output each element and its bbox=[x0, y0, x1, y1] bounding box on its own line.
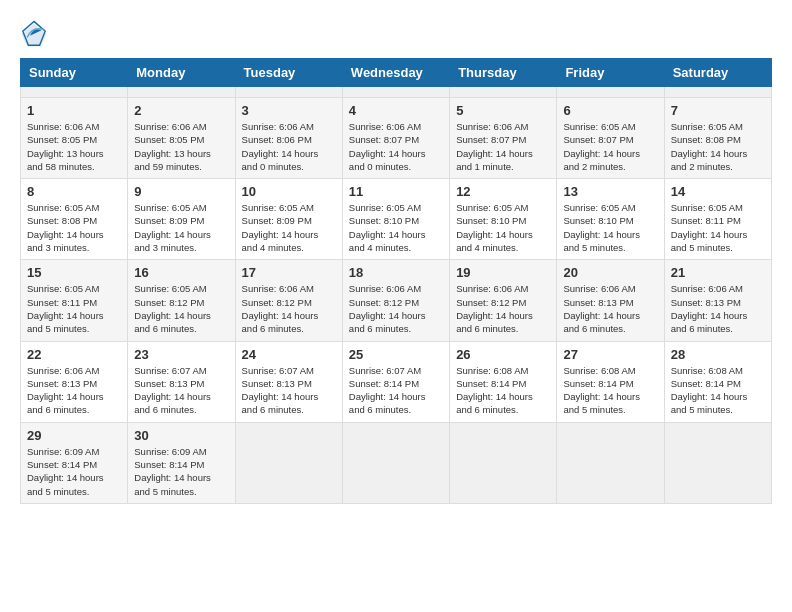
day-info: Sunrise: 6:06 AMSunset: 8:13 PMDaylight:… bbox=[563, 282, 657, 335]
calendar-cell bbox=[450, 422, 557, 503]
day-info: Sunrise: 6:05 AMSunset: 8:10 PMDaylight:… bbox=[349, 201, 443, 254]
logo-icon bbox=[20, 20, 48, 48]
calendar-cell bbox=[557, 422, 664, 503]
day-number: 15 bbox=[27, 265, 121, 280]
calendar-cell: 29Sunrise: 6:09 AMSunset: 8:14 PMDayligh… bbox=[21, 422, 128, 503]
calendar-cell: 16Sunrise: 6:05 AMSunset: 8:12 PMDayligh… bbox=[128, 260, 235, 341]
calendar-cell: 14Sunrise: 6:05 AMSunset: 8:11 PMDayligh… bbox=[664, 179, 771, 260]
day-number: 1 bbox=[27, 103, 121, 118]
calendar-cell: 25Sunrise: 6:07 AMSunset: 8:14 PMDayligh… bbox=[342, 341, 449, 422]
day-info: Sunrise: 6:06 AMSunset: 8:06 PMDaylight:… bbox=[242, 120, 336, 173]
calendar-cell bbox=[664, 422, 771, 503]
calendar-cell: 1Sunrise: 6:06 AMSunset: 8:05 PMDaylight… bbox=[21, 98, 128, 179]
calendar-cell: 22Sunrise: 6:06 AMSunset: 8:13 PMDayligh… bbox=[21, 341, 128, 422]
day-info: Sunrise: 6:07 AMSunset: 8:14 PMDaylight:… bbox=[349, 364, 443, 417]
day-number: 4 bbox=[349, 103, 443, 118]
day-number: 28 bbox=[671, 347, 765, 362]
calendar-week-row: 29Sunrise: 6:09 AMSunset: 8:14 PMDayligh… bbox=[21, 422, 772, 503]
calendar-header-friday: Friday bbox=[557, 59, 664, 87]
calendar-cell: 13Sunrise: 6:05 AMSunset: 8:10 PMDayligh… bbox=[557, 179, 664, 260]
day-info: Sunrise: 6:05 AMSunset: 8:11 PMDaylight:… bbox=[27, 282, 121, 335]
calendar-cell: 17Sunrise: 6:06 AMSunset: 8:12 PMDayligh… bbox=[235, 260, 342, 341]
calendar-cell: 5Sunrise: 6:06 AMSunset: 8:07 PMDaylight… bbox=[450, 98, 557, 179]
calendar-cell: 30Sunrise: 6:09 AMSunset: 8:14 PMDayligh… bbox=[128, 422, 235, 503]
calendar-cell: 15Sunrise: 6:05 AMSunset: 8:11 PMDayligh… bbox=[21, 260, 128, 341]
calendar-cell: 27Sunrise: 6:08 AMSunset: 8:14 PMDayligh… bbox=[557, 341, 664, 422]
day-info: Sunrise: 6:05 AMSunset: 8:09 PMDaylight:… bbox=[134, 201, 228, 254]
day-info: Sunrise: 6:05 AMSunset: 8:11 PMDaylight:… bbox=[671, 201, 765, 254]
calendar-cell bbox=[557, 87, 664, 98]
day-number: 6 bbox=[563, 103, 657, 118]
day-number: 18 bbox=[349, 265, 443, 280]
day-info: Sunrise: 6:07 AMSunset: 8:13 PMDaylight:… bbox=[134, 364, 228, 417]
day-number: 9 bbox=[134, 184, 228, 199]
calendar-cell bbox=[128, 87, 235, 98]
day-info: Sunrise: 6:05 AMSunset: 8:08 PMDaylight:… bbox=[27, 201, 121, 254]
page-header bbox=[20, 20, 772, 48]
day-number: 20 bbox=[563, 265, 657, 280]
day-number: 10 bbox=[242, 184, 336, 199]
day-number: 13 bbox=[563, 184, 657, 199]
day-number: 8 bbox=[27, 184, 121, 199]
day-number: 3 bbox=[242, 103, 336, 118]
day-number: 2 bbox=[134, 103, 228, 118]
calendar-cell: 12Sunrise: 6:05 AMSunset: 8:10 PMDayligh… bbox=[450, 179, 557, 260]
day-number: 16 bbox=[134, 265, 228, 280]
calendar-cell: 4Sunrise: 6:06 AMSunset: 8:07 PMDaylight… bbox=[342, 98, 449, 179]
calendar-week-row: 8Sunrise: 6:05 AMSunset: 8:08 PMDaylight… bbox=[21, 179, 772, 260]
day-number: 27 bbox=[563, 347, 657, 362]
day-info: Sunrise: 6:06 AMSunset: 8:05 PMDaylight:… bbox=[27, 120, 121, 173]
calendar-cell bbox=[450, 87, 557, 98]
day-info: Sunrise: 6:06 AMSunset: 8:05 PMDaylight:… bbox=[134, 120, 228, 173]
day-info: Sunrise: 6:06 AMSunset: 8:07 PMDaylight:… bbox=[349, 120, 443, 173]
day-number: 24 bbox=[242, 347, 336, 362]
calendar-header-row: SundayMondayTuesdayWednesdayThursdayFrid… bbox=[21, 59, 772, 87]
calendar-cell: 19Sunrise: 6:06 AMSunset: 8:12 PMDayligh… bbox=[450, 260, 557, 341]
day-info: Sunrise: 6:08 AMSunset: 8:14 PMDaylight:… bbox=[563, 364, 657, 417]
calendar-header-thursday: Thursday bbox=[450, 59, 557, 87]
day-info: Sunrise: 6:08 AMSunset: 8:14 PMDaylight:… bbox=[456, 364, 550, 417]
day-info: Sunrise: 6:08 AMSunset: 8:14 PMDaylight:… bbox=[671, 364, 765, 417]
day-number: 5 bbox=[456, 103, 550, 118]
day-info: Sunrise: 6:05 AMSunset: 8:07 PMDaylight:… bbox=[563, 120, 657, 173]
calendar-header-saturday: Saturday bbox=[664, 59, 771, 87]
day-number: 11 bbox=[349, 184, 443, 199]
day-info: Sunrise: 6:09 AMSunset: 8:14 PMDaylight:… bbox=[134, 445, 228, 498]
day-number: 26 bbox=[456, 347, 550, 362]
calendar-header-monday: Monday bbox=[128, 59, 235, 87]
calendar-table: SundayMondayTuesdayWednesdayThursdayFrid… bbox=[20, 58, 772, 504]
calendar-cell: 10Sunrise: 6:05 AMSunset: 8:09 PMDayligh… bbox=[235, 179, 342, 260]
calendar-cell: 3Sunrise: 6:06 AMSunset: 8:06 PMDaylight… bbox=[235, 98, 342, 179]
calendar-cell: 11Sunrise: 6:05 AMSunset: 8:10 PMDayligh… bbox=[342, 179, 449, 260]
calendar-week-row: 15Sunrise: 6:05 AMSunset: 8:11 PMDayligh… bbox=[21, 260, 772, 341]
day-info: Sunrise: 6:05 AMSunset: 8:10 PMDaylight:… bbox=[456, 201, 550, 254]
day-number: 12 bbox=[456, 184, 550, 199]
day-info: Sunrise: 6:05 AMSunset: 8:10 PMDaylight:… bbox=[563, 201, 657, 254]
calendar-cell bbox=[21, 87, 128, 98]
calendar-cell bbox=[342, 87, 449, 98]
calendar-cell: 2Sunrise: 6:06 AMSunset: 8:05 PMDaylight… bbox=[128, 98, 235, 179]
day-info: Sunrise: 6:06 AMSunset: 8:13 PMDaylight:… bbox=[27, 364, 121, 417]
day-number: 7 bbox=[671, 103, 765, 118]
calendar-cell: 8Sunrise: 6:05 AMSunset: 8:08 PMDaylight… bbox=[21, 179, 128, 260]
day-info: Sunrise: 6:05 AMSunset: 8:08 PMDaylight:… bbox=[671, 120, 765, 173]
day-number: 29 bbox=[27, 428, 121, 443]
day-number: 30 bbox=[134, 428, 228, 443]
day-number: 23 bbox=[134, 347, 228, 362]
calendar-cell bbox=[235, 87, 342, 98]
day-number: 21 bbox=[671, 265, 765, 280]
calendar-cell bbox=[664, 87, 771, 98]
logo bbox=[20, 20, 52, 48]
calendar-cell: 7Sunrise: 6:05 AMSunset: 8:08 PMDaylight… bbox=[664, 98, 771, 179]
calendar-cell: 26Sunrise: 6:08 AMSunset: 8:14 PMDayligh… bbox=[450, 341, 557, 422]
calendar-header-tuesday: Tuesday bbox=[235, 59, 342, 87]
calendar-cell: 6Sunrise: 6:05 AMSunset: 8:07 PMDaylight… bbox=[557, 98, 664, 179]
day-number: 14 bbox=[671, 184, 765, 199]
day-info: Sunrise: 6:06 AMSunset: 8:13 PMDaylight:… bbox=[671, 282, 765, 335]
day-info: Sunrise: 6:09 AMSunset: 8:14 PMDaylight:… bbox=[27, 445, 121, 498]
calendar-cell: 9Sunrise: 6:05 AMSunset: 8:09 PMDaylight… bbox=[128, 179, 235, 260]
calendar-header-sunday: Sunday bbox=[21, 59, 128, 87]
day-number: 19 bbox=[456, 265, 550, 280]
calendar-cell bbox=[235, 422, 342, 503]
day-info: Sunrise: 6:07 AMSunset: 8:13 PMDaylight:… bbox=[242, 364, 336, 417]
